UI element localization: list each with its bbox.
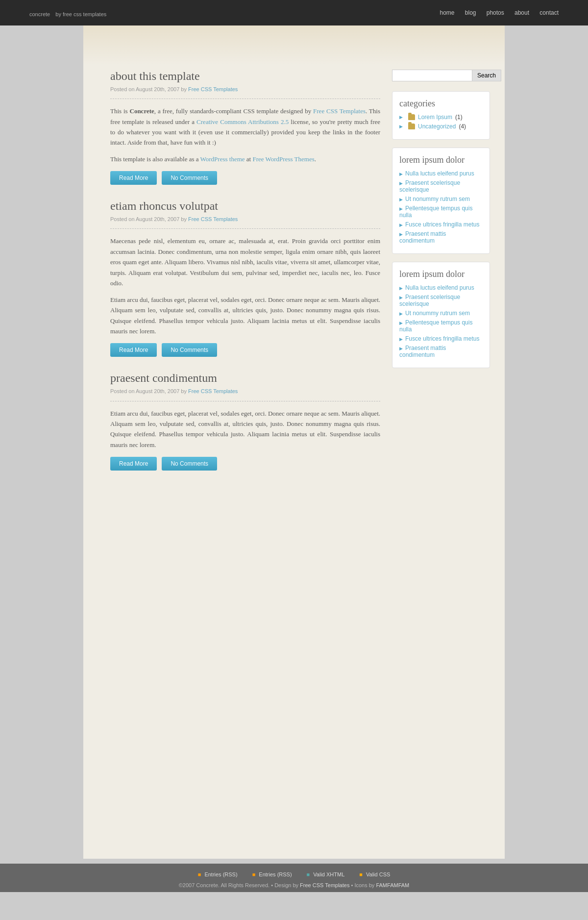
main-nav: home blog photos about contact [431,9,559,17]
list-item: Praesent mattis condimentum [399,345,483,358]
post-1: about this template Posted on August 20t… [110,70,380,185]
footer-icons-link[interactable]: FAMFAMFAM [376,882,409,888]
post-3: praesent condimentum Posted on August 20… [110,372,380,471]
widget-1-link-4[interactable]: Pellentesque tempus quis nulla [399,205,472,219]
widget-1-link-5[interactable]: Fusce ultrices fringilla metus [405,221,479,228]
css-icon: ■ [359,871,363,877]
post-2-body1: Maecenas pede nisl, elementum eu, ornare… [110,236,380,288]
widget-1: lorem ipsum dolor Nulla luctus eleifend … [392,148,490,254]
site-logo: concrete by free css templates [29,6,106,19]
folder-icon [408,114,415,120]
page-wrapper: about this template Posted on August 20t… [83,25,505,859]
site-header: concrete by free css templates home blog… [0,0,588,25]
post-1-body2: This template is also available as a Wor… [110,154,380,164]
folder-icon [408,124,415,129]
category-lorem-ipsum[interactable]: Lorem Ipsum [418,114,452,121]
post-2-author[interactable]: Free CSS Templates [188,216,238,222]
post-1-divider [110,99,380,99]
list-item: Nulla luctus eleifend purus [399,284,483,291]
list-item: Praesent scelerisque scelerisque [399,294,483,307]
widget-1-link-6[interactable]: Praesent mattis condimentum [399,230,446,244]
link-free-css-1[interactable]: Free CSS Templates [313,107,366,115]
list-item: Nulla luctus eleifend purus [399,170,483,177]
post-1-no-comments[interactable]: No Comments [162,171,217,185]
category-uncategorized-count: (4) [459,123,466,130]
footer-xhtml[interactable]: ■ Valid XHTML [307,871,345,877]
site-footer: ■ Entries (RSS) ■ Entries (RSS) ■ Valid … [0,864,588,892]
post-2-divider [110,228,380,229]
categories-widget: categories Lorem Ipsum (1) Uncategorized… [392,91,490,140]
post-1-buttons: Read More No Comments [110,171,380,185]
list-item: Fusce ultrices fringilla metus [399,335,483,342]
widget-1-link-2[interactable]: Praesent scelerisque scelerisque [399,179,460,193]
widget-2-link-2[interactable]: Praesent scelerisque scelerisque [399,294,460,307]
widget-1-link-1[interactable]: Nulla luctus eleifend purus [405,170,474,177]
post-2: etiam rhoncus volutpat Posted on August … [110,199,380,357]
category-item: Lorem Ipsum (1) [399,114,483,121]
widget-2: lorem ipsum dolor Nulla luctus eleifend … [392,262,490,368]
widget-2-link-3[interactable]: Ut nonummy rutrum sem [405,310,470,317]
post-2-title: etiam rhoncus volutpat [110,199,380,213]
widget-1-link-3[interactable]: Ut nonummy rutrum sem [405,196,470,202]
post-3-no-comments[interactable]: No Comments [162,457,217,471]
widget-2-link-4[interactable]: Pellentesque tempus quis nulla [399,319,472,333]
categories-title: categories [399,99,483,109]
widget-2-link-6[interactable]: Praesent mattis condimentum [399,345,446,358]
categories-list: Lorem Ipsum (1) Uncategorized (4) [399,114,483,130]
list-item: Fusce ultrices fringilla metus [399,221,483,228]
post-3-divider [110,401,380,401]
nav-home[interactable]: home [440,9,455,16]
search-form: Search [392,70,490,81]
widget-2-title: lorem ipsum dolor [399,269,483,279]
link-cc[interactable]: Creative Commons Attributions 2.5 [196,118,289,125]
top-strip [83,25,505,65]
post-3-author[interactable]: Free CSS Templates [188,388,238,394]
nav-about[interactable]: about [514,9,529,16]
category-lorem-count: (1) [455,114,463,121]
nav-blog[interactable]: blog [465,9,476,16]
sidebar: Search categories Lorem Ipsum (1) Uncate… [392,70,490,485]
category-item: Uncategorized (4) [399,123,483,130]
list-item: Ut nonummy rutrum sem [399,196,483,202]
category-uncategorized[interactable]: Uncategorized [418,123,456,130]
post-2-no-comments[interactable]: No Comments [162,343,217,357]
rss-icon: ■ [198,871,201,877]
nav-photos[interactable]: photos [487,9,504,16]
link-free-wp[interactable]: Free WordPress Themes [252,155,314,163]
post-1-title: about this template [110,70,380,83]
list-item: Praesent mattis condimentum [399,230,483,244]
nav-contact[interactable]: contact [539,9,559,16]
post-2-body2: Etiam arcu dui, faucibus eget, placerat … [110,295,380,337]
post-3-title: praesent condimentum [110,372,380,385]
widget-2-link-1[interactable]: Nulla luctus eleifend purus [405,284,474,291]
logo-main: concrete [29,11,50,17]
post-1-author[interactable]: Free CSS Templates [188,86,238,92]
xhtml-icon: ■ [307,871,310,877]
list-item: Pellentesque tempus quis nulla [399,205,483,219]
search-input[interactable] [392,70,472,81]
content-wrap: about this template Posted on August 20t… [83,65,505,495]
list-item: Ut nonummy rutrum sem [399,310,483,317]
search-button[interactable]: Search [472,70,501,81]
list-item: Pellentesque tempus quis nulla [399,319,483,333]
post-3-read-more[interactable]: Read More [110,457,157,471]
main-content: about this template Posted on August 20t… [110,70,380,485]
post-1-read-more[interactable]: Read More [110,171,157,185]
rss-icon: ■ [252,871,256,877]
post-3-meta: Posted on August 20th, 2007 by Free CSS … [110,387,380,396]
post-3-body1: Etiam arcu dui, faucibus eget, placerat … [110,408,380,450]
post-3-buttons: Read More No Comments [110,457,380,471]
link-wp-theme[interactable]: WordPress theme [200,155,245,163]
footer-rss-1[interactable]: ■ Entries (RSS) [198,871,238,877]
footer-design-link[interactable]: Free CSS Templates [300,882,349,888]
widget-2-list: Nulla luctus eleifend purus Praesent sce… [399,284,483,358]
footer-links: ■ Entries (RSS) ■ Entries (RSS) ■ Valid … [0,871,588,877]
footer-rss-2[interactable]: ■ Entries (RSS) [252,871,292,877]
widget-1-title: lorem ipsum dolor [399,155,483,165]
post-2-read-more[interactable]: Read More [110,343,157,357]
footer-css[interactable]: ■ Valid CSS [359,871,390,877]
widget-2-link-5[interactable]: Fusce ultrices fringilla metus [405,335,479,342]
footer-copyright: ©2007 Concrete. All Rights Reserved. • D… [0,882,588,888]
widget-1-list: Nulla luctus eleifend purus Praesent sce… [399,170,483,244]
post-2-meta: Posted on August 20th, 2007 by Free CSS … [110,215,380,224]
